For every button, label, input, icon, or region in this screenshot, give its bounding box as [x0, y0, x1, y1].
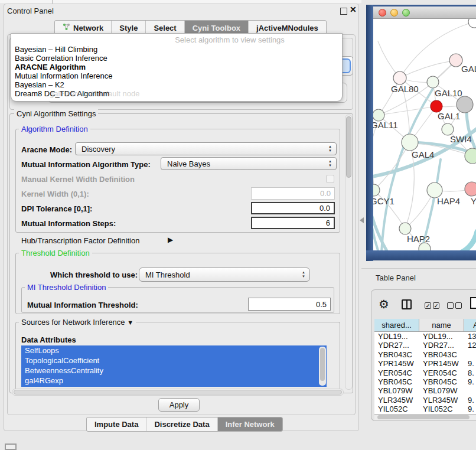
- network-node-edge-top[interactable]: [468, 19, 476, 28]
- algorithm-dropdown-placeholder: Select algorithm to view settings: [106, 35, 354, 44]
- mi-type-value: Naive Bayes: [167, 159, 210, 168]
- settings-horizontal-scrollbar-thumb[interactable]: [14, 390, 342, 394]
- checkbox-unchecked-icon: [447, 302, 454, 309]
- split-columns-icon[interactable]: [402, 299, 412, 309]
- gear-icon[interactable]: ⚙: [379, 297, 389, 311]
- minimized-panel-icon[interactable]: [5, 444, 17, 450]
- unchecked-pair-icon[interactable]: [447, 302, 462, 309]
- close-window-icon[interactable]: [379, 9, 386, 17]
- data-attributes-label: Data Attributes: [21, 335, 76, 344]
- control-panel-title: Control Panel: [7, 6, 54, 15]
- mi-steps-label: Mutual Information Steps:: [21, 219, 116, 228]
- table-cell: 12: [464, 341, 476, 350]
- network-icon: [63, 23, 70, 32]
- network-edge[interactable]: [455, 231, 476, 250]
- kernel-width-label: Kernel Width (0,1):: [21, 190, 89, 198]
- attributes-list-scrollbar-thumb[interactable]: [320, 348, 325, 381]
- network-node-hap2[interactable]: [399, 223, 411, 234]
- tab-label: jActiveMNodules: [256, 24, 318, 32]
- table-cell: YBR043C: [374, 350, 419, 359]
- mi-type-label: Mutual Information Algorithm Type:: [21, 160, 151, 169]
- column-header-a[interactable]: A: [464, 319, 476, 331]
- dpi-tolerance-field[interactable]: 0.0: [251, 202, 335, 214]
- expand-right-icon[interactable]: ▶: [168, 236, 173, 244]
- tab-label: Cyni Toolbox: [193, 24, 240, 32]
- table-row[interactable]: YDL19...YDL19...13: [374, 332, 476, 341]
- column-header-shared[interactable]: shared...: [374, 319, 419, 331]
- table-row[interactable]: YBL079WYBL079W: [374, 386, 476, 395]
- checked-pair-icon[interactable]: ✓ ✓: [425, 302, 439, 309]
- attribute-item-gal4rgexp[interactable]: gal4RGexp: [21, 376, 327, 386]
- table-cell: YBR043C: [419, 350, 464, 359]
- dropdown-item-mutual-information-inference[interactable]: Mutual Information Inference: [14, 71, 340, 80]
- threshold-definition-title: Threshold Definition: [19, 249, 92, 257]
- mi-type-select[interactable]: Naive Bayes ▲▼: [161, 157, 337, 170]
- manual-kernel-checkbox[interactable]: [326, 175, 334, 183]
- which-threshold-select[interactable]: MI Threshold ▲▼: [139, 268, 310, 282]
- network-node-gal4[interactable]: [402, 134, 418, 151]
- table-cell: 9.: [464, 359, 476, 368]
- float-panel-icon[interactable]: [340, 8, 347, 15]
- tab-impute-data[interactable]: Impute Data: [87, 418, 146, 431]
- table-cell: 9.: [464, 377, 476, 386]
- table-cell: YIL052C: [374, 405, 419, 413]
- split-pane-collapse-icon[interactable]: [360, 217, 364, 223]
- settings-vertical-scrollbar-thumb[interactable]: [346, 116, 351, 178]
- tab-label: Network: [73, 24, 103, 32]
- close-panel-icon[interactable]: ✕: [350, 5, 357, 14]
- dropdown-item-basic-correlation-inference[interactable]: Basic Correlation Inference: [14, 54, 340, 63]
- network-node-swi4[interactable]: [442, 123, 454, 135]
- dropdown-item-bayesian-k2[interactable]: Bayesian – K2: [14, 80, 340, 89]
- document-icon[interactable]: [470, 297, 476, 309]
- collapse-down-icon[interactable]: ▼: [127, 319, 133, 326]
- kernel-width-field[interactable]: 0.0: [251, 187, 335, 200]
- tab-discretize-data[interactable]: Discretize Data: [146, 418, 217, 431]
- table-cell: YBR045C: [374, 377, 419, 386]
- mi-steps-field[interactable]: 6: [251, 217, 335, 229]
- mi-threshold-field[interactable]: 0.5: [248, 298, 331, 311]
- network-window-titlebar[interactable]: [373, 6, 476, 19]
- apply-button[interactable]: Apply: [158, 398, 200, 412]
- table-cell: YER054C: [419, 369, 464, 377]
- data-attributes-list: SelfLoopsTopologicalCoefficientBetweenne…: [21, 345, 327, 387]
- tab-label: Style: [119, 24, 138, 32]
- table-row[interactable]: YLR345WYLR345W9.: [374, 396, 476, 405]
- table-row[interactable]: YBR045CYBR045C9.: [374, 377, 476, 386]
- table-cell: 8.: [464, 369, 476, 377]
- node-label-gal80: GAL80: [391, 84, 419, 94]
- network-node-gray-node[interactable]: [457, 96, 473, 113]
- attribute-item-betweennesscentrality[interactable]: BetweennessCentrality: [21, 366, 327, 376]
- table-cell: YDR27...: [419, 341, 464, 350]
- attribute-item-topologicalcoefficient[interactable]: TopologicalCoefficient: [21, 356, 327, 366]
- table-row[interactable]: YER054CYER054C8.: [374, 369, 476, 377]
- node-label-gal4: GAL4: [412, 149, 434, 159]
- checkbox-unchecked-icon: [455, 302, 462, 309]
- table-cell: YDR27...: [374, 341, 419, 350]
- table-row[interactable]: YBR043CYBR043C: [374, 350, 476, 359]
- table-row[interactable]: YPR145WYPR145W9.: [374, 359, 476, 368]
- table-cell: YLR345W: [419, 396, 464, 405]
- column-header-name[interactable]: name: [419, 319, 464, 331]
- table-row[interactable]: YDR27...YDR27...12: [374, 341, 476, 350]
- aracne-mode-select[interactable]: Discovery ▲▼: [75, 142, 337, 155]
- attribute-item-selfloops[interactable]: SelfLoops: [21, 345, 327, 356]
- sources-title: Sources for Network Inference ▼: [19, 318, 136, 327]
- dropdown-item-bayesian-hill-climbing[interactable]: Bayesian – Hill Climbing: [14, 45, 340, 54]
- minimize-window-icon[interactable]: [390, 9, 398, 17]
- table-horizontal-scrollbar-thumb[interactable]: [377, 415, 470, 419]
- tab-infer-network[interactable]: Infer Network: [217, 418, 282, 431]
- dropdown-item-aracne-algorithm[interactable]: ARACNE Algorithm: [14, 63, 340, 71]
- stepper-arrows-icon: ▲▼: [302, 270, 305, 279]
- network-node-gal1[interactable]: [431, 100, 442, 112]
- node-label-gal11: GAL11: [373, 120, 398, 130]
- table-row[interactable]: YIL052CYIL052C9.: [374, 405, 476, 413]
- network-node-gal-partial[interactable]: [449, 54, 462, 67]
- network-node-gcy1[interactable]: [373, 184, 380, 196]
- node-label-hap2: HAP2: [407, 234, 430, 244]
- zoom-window-icon[interactable]: [402, 9, 410, 17]
- node-label-gal1: GAL1: [438, 111, 460, 121]
- network-node-gal80[interactable]: [393, 71, 406, 84]
- network-node-gal11[interactable]: [373, 109, 384, 121]
- network-node-gal10[interactable]: [427, 76, 439, 88]
- network-node-pink-right[interactable]: [465, 182, 476, 196]
